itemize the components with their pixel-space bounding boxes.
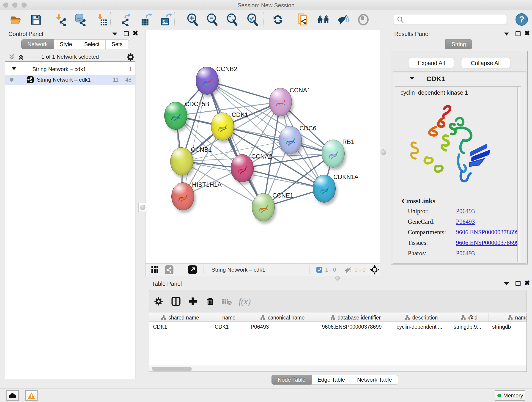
close-panel-icon[interactable]: ✖ xyxy=(524,31,530,36)
string-results-container: Expand All Collapse All CDK1 cyclin–depe… xyxy=(391,51,528,264)
zoom-out-icon[interactable] xyxy=(206,13,219,26)
right-splitter-handle[interactable] xyxy=(380,149,386,155)
network-node-ccna2[interactable] xyxy=(231,154,254,182)
save-session-icon[interactable] xyxy=(30,13,43,26)
network-canvas[interactable]: CCNB2CCNA1CDC25BCDK1CDC6RB1CCNB1CCNA2CDK… xyxy=(146,30,380,263)
zoom-in-icon[interactable] xyxy=(186,13,199,26)
zoom-fit-icon[interactable] xyxy=(226,13,239,26)
panel-menu-caret-icon[interactable] xyxy=(112,32,117,36)
network-edges[interactable] xyxy=(146,30,380,263)
toolbar-separator xyxy=(264,12,264,27)
network-node-rb1[interactable] xyxy=(322,140,345,167)
table-cell[interactable]: cyclin-dependent ... xyxy=(393,322,450,331)
export-image-icon[interactable] xyxy=(159,13,172,26)
network-node-cdc25b[interactable] xyxy=(164,102,187,130)
grid-view-icon[interactable] xyxy=(151,266,159,274)
tab-network[interactable]: Network xyxy=(21,39,54,49)
left-splitter-handle[interactable] xyxy=(138,203,147,212)
table-cell[interactable]: CDK1 xyxy=(149,322,211,331)
collapse-all-button[interactable]: Collapse All xyxy=(461,58,510,68)
column-header-canonical-name[interactable]: canonical name xyxy=(247,313,318,322)
results-tab-string[interactable]: String xyxy=(445,39,472,49)
export-network-icon[interactable] xyxy=(119,13,132,26)
search-input[interactable] xyxy=(406,15,504,24)
float-panel-icon[interactable] xyxy=(124,31,129,36)
crosslink-link[interactable]: P06493 xyxy=(456,250,475,257)
network-node-cdkn1a[interactable] xyxy=(313,175,336,203)
hide-selected-icon[interactable] xyxy=(336,13,349,26)
cloud-button[interactable] xyxy=(6,390,19,401)
results-scrollbar[interactable] xyxy=(517,87,520,262)
share-view-icon[interactable] xyxy=(165,265,173,274)
table-tab-edge-table[interactable]: Edge Table xyxy=(312,375,351,385)
delete-column-icon[interactable] xyxy=(204,295,217,308)
refresh-layout-icon[interactable] xyxy=(272,13,284,26)
tree-expander-icon[interactable] xyxy=(12,67,16,70)
network-options-gear-icon[interactable] xyxy=(127,53,135,61)
function-builder-icon[interactable]: f(x) xyxy=(238,295,251,308)
memory-button[interactable]: Memory xyxy=(495,390,525,401)
panel-menu-caret-icon[interactable] xyxy=(504,282,509,285)
tab-style[interactable]: Style xyxy=(54,39,78,49)
network-node-ccne1[interactable] xyxy=(252,193,275,221)
table-tab-node-table[interactable]: Node Table xyxy=(272,375,312,385)
zoom-selected-icon[interactable] xyxy=(246,13,259,26)
crosslink-link[interactable]: 9606.ENSP00000378699 xyxy=(456,229,519,236)
tab-sets[interactable]: Sets xyxy=(106,39,129,49)
table-tab-network-table[interactable]: Network Table xyxy=(351,375,398,385)
float-panel-icon[interactable] xyxy=(515,281,520,286)
open-session-icon[interactable] xyxy=(10,13,22,26)
selected-checkbox-icon[interactable] xyxy=(317,267,322,273)
import-table-icon[interactable] xyxy=(95,13,108,26)
table-hscrollbar xyxy=(149,366,526,371)
panel-menu-caret-icon[interactable] xyxy=(504,32,509,36)
birdseye-crosshair-icon[interactable] xyxy=(370,265,380,275)
column-header-@id[interactable]: @id xyxy=(450,313,488,322)
warnings-button[interactable] xyxy=(25,390,38,401)
crosslink-link[interactable]: P06493 xyxy=(456,218,475,225)
table-cell[interactable]: CDK1 xyxy=(211,322,247,331)
add-column-icon[interactable] xyxy=(186,295,199,308)
delete-table-icon[interactable] xyxy=(220,295,233,308)
network-view-toolbar: String Network – cdk1 1 - 0 0 - 0 xyxy=(146,263,380,276)
network-node-ccnb2[interactable] xyxy=(196,67,219,95)
open-in-window-icon[interactable] xyxy=(188,265,197,274)
network-node-hist1h1a[interactable] xyxy=(171,182,194,211)
show-all-icon[interactable] xyxy=(357,13,370,26)
column-header-database-identifier[interactable]: database identifier xyxy=(318,313,393,322)
network-node-ccnb1[interactable] xyxy=(170,147,193,175)
crosslink-link[interactable]: P06493 xyxy=(456,208,475,215)
export-table-icon[interactable] xyxy=(139,13,152,26)
table-settings-gear-icon[interactable] xyxy=(152,295,165,308)
node-label-ccnb1: CCNB1 xyxy=(191,146,212,153)
close-panel-icon[interactable]: ✖ xyxy=(133,31,138,36)
column-header-description[interactable]: description xyxy=(393,313,450,322)
column-header-namespace[interactable]: namespace xyxy=(488,313,527,322)
import-network-icon[interactable] xyxy=(55,13,68,26)
first-neighbors-icon[interactable] xyxy=(317,13,330,26)
clone-network-icon[interactable] xyxy=(297,13,309,26)
table-row[interactable]: CDK1CDK1P064939606.ENSP00000378699cyclin… xyxy=(149,322,527,331)
network-selection-row: 1 of 1 Network selected xyxy=(3,52,138,62)
column-header-shared-name[interactable]: shared name xyxy=(149,313,211,322)
show-columns-icon[interactable] xyxy=(170,295,182,308)
expand-all-button[interactable]: Expand All xyxy=(409,58,454,68)
import-database-icon[interactable] xyxy=(74,13,87,26)
column-header-name[interactable]: name xyxy=(211,313,247,322)
network-row-selected[interactable]: String Network – cdk1 11 48 xyxy=(5,75,135,85)
hscrollbar-thumb[interactable] xyxy=(152,367,192,371)
crosslink-link[interactable]: 9606.ENSP00000378699 xyxy=(456,239,519,246)
network-node-cdc6[interactable] xyxy=(279,126,302,154)
gene-expander-icon[interactable] xyxy=(409,77,414,80)
tab-select[interactable]: Select xyxy=(78,39,106,49)
network-node-cdk1[interactable] xyxy=(211,113,234,140)
network-collection-row[interactable]: String Network – cdk1 1 xyxy=(5,64,135,75)
float-panel-icon[interactable] xyxy=(515,31,520,36)
network-node-ccna1[interactable] xyxy=(269,88,292,116)
help-button[interactable]: ? xyxy=(515,13,528,26)
table-cell[interactable]: 9606.ENSP00000378699 xyxy=(318,322,393,331)
table-cell[interactable]: stringdb xyxy=(488,322,527,331)
close-panel-icon[interactable]: ✖ xyxy=(524,281,530,286)
table-cell[interactable]: stringdb:9... xyxy=(450,322,488,331)
table-cell[interactable]: P06493 xyxy=(247,322,318,331)
